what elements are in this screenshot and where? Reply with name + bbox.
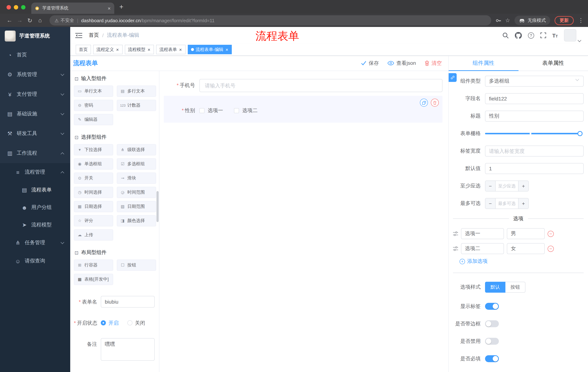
canvas-field-gender-selected[interactable]: 性别 选项一 选项二 — [164, 96, 442, 123]
gender-option-1-checkbox[interactable]: 选项一 — [200, 107, 223, 114]
sidebar-item-workflow[interactable]: ▥ 工作流程 — [0, 143, 70, 163]
decrement-button[interactable]: − — [485, 181, 496, 191]
reload-button[interactable]: ↻ — [25, 15, 35, 25]
window-minimize-button[interactable] — [14, 5, 18, 10]
user-menu[interactable] — [564, 29, 581, 42]
sidebar-item-home[interactable]: ◔ 首页 — [0, 45, 70, 65]
palette-item-editor[interactable]: ✎编辑器 — [74, 114, 113, 125]
gender-option-2-checkbox[interactable]: 选项二 — [234, 107, 258, 114]
palette-item-time-range[interactable]: ◶时间范围 — [117, 187, 156, 198]
window-close-button[interactable] — [7, 5, 11, 10]
min-select-value[interactable]: 至少应选 — [496, 181, 518, 191]
phone-input[interactable] — [200, 79, 442, 92]
palette-item-checkbox-group[interactable]: ☑多选框组 — [117, 158, 156, 170]
sidebar-item-process-management[interactable]: ≡ 流程管理 — [0, 163, 70, 181]
palette-item-date-range[interactable]: ▧日期范围 — [117, 201, 156, 212]
back-button[interactable]: ← — [4, 15, 15, 25]
tag-close-icon[interactable]: × — [116, 47, 119, 52]
sidebar-toggle-icon[interactable] — [75, 32, 82, 38]
disabled-switch[interactable] — [485, 338, 499, 345]
github-icon[interactable] — [515, 32, 522, 39]
style-default-button[interactable]: 默认 — [485, 282, 505, 293]
palette-item-button[interactable]: ☐按钮 — [117, 260, 156, 271]
form-name-input[interactable] — [101, 296, 155, 308]
max-select-value[interactable]: 最多可选 — [496, 198, 518, 209]
canvas-field-phone[interactable]: 手机号 — [164, 79, 442, 92]
option-drag-handle[interactable] — [453, 232, 458, 236]
forward-button[interactable]: → — [15, 15, 25, 25]
component-type-select[interactable]: 多选框组 — [485, 76, 584, 87]
add-option-button[interactable]: + 添加选项 — [460, 258, 584, 265]
slider-handle[interactable] — [578, 131, 583, 136]
palette-item-table[interactable]: ▦表格[开发中] — [74, 274, 113, 285]
sidebar-item-process-model[interactable]: ➤ 流程模型 — [0, 216, 70, 234]
form-canvas[interactable]: 手机号 — [159, 71, 448, 372]
required-switch[interactable] — [485, 355, 499, 362]
palette-item-rate[interactable]: ☆评分 — [74, 215, 113, 226]
palette-item-password[interactable]: ⊝密码 — [74, 100, 113, 111]
palette-item-cascader[interactable]: ⋔级联选择 — [117, 144, 156, 155]
browser-menu-icon[interactable]: ⋮ — [578, 17, 584, 24]
palette-item-counter[interactable]: 123计数器 — [117, 100, 156, 111]
tag-close-icon[interactable]: × — [225, 47, 229, 52]
palette-item-multi-line-text[interactable]: ▤多行文本 — [117, 85, 156, 97]
sidebar-item-task-management[interactable]: ⋔ 任务管理 — [0, 234, 70, 252]
delete-component-button[interactable] — [431, 99, 439, 107]
tag-home[interactable]: 首页 — [76, 45, 91, 54]
help-icon[interactable]: ? — [528, 32, 534, 38]
browser-tab[interactable]: 芋道管理系统 × — [31, 2, 114, 14]
tab-form-props[interactable]: 表单属性 — [518, 56, 588, 71]
new-tab-button[interactable]: + — [119, 3, 123, 11]
palette-item-switch[interactable]: ⊙开关 — [74, 172, 113, 184]
palette-scrollbar[interactable] — [157, 191, 159, 222]
grid-slider[interactable] — [485, 133, 580, 134]
panel-link-handle[interactable] — [449, 73, 457, 82]
option-1-value-input[interactable] — [507, 228, 545, 239]
status-on-radio[interactable]: 开启 — [101, 317, 119, 329]
sidebar-item-leave-query[interactable]: ☺ 请假查询 — [0, 252, 70, 270]
sidebar-item-system[interactable]: ⚙ 系统管理 — [0, 65, 70, 85]
option-drag-handle[interactable] — [453, 246, 458, 251]
tab-component-props[interactable]: 组件属性 — [449, 56, 518, 71]
tab-close-icon[interactable]: × — [108, 5, 111, 11]
status-off-radio[interactable]: 关闭 — [127, 317, 145, 329]
palette-item-time-picker[interactable]: ◷时间选择 — [74, 187, 113, 198]
palette-item-select[interactable]: ▾下拉选择 — [74, 144, 113, 155]
palette-item-upload[interactable]: ☁上传 — [74, 229, 113, 241]
browser-update-button[interactable]: 更新 — [555, 16, 574, 25]
tag-process-form[interactable]: 流程表单 × — [156, 45, 185, 54]
border-switch[interactable] — [485, 320, 499, 327]
tag-process-model[interactable]: 流程模型 × — [125, 45, 154, 54]
sidebar-item-infrastructure[interactable]: ▤ 基础设施 — [0, 104, 70, 124]
option-2-name-input[interactable] — [461, 243, 504, 254]
tag-close-icon[interactable]: × — [147, 47, 151, 52]
remove-option-1-button[interactable]: − — [548, 231, 554, 237]
decrement-button[interactable]: − — [485, 198, 496, 209]
password-key-icon[interactable] — [495, 18, 501, 23]
clear-button[interactable]: 清空 — [425, 60, 442, 66]
tag-close-icon[interactable]: × — [179, 47, 182, 52]
tag-process-definition[interactable]: 流程定义 × — [93, 45, 122, 54]
remark-textarea[interactable]: 嘿嘿 — [101, 338, 155, 361]
tag-process-form-edit[interactable]: 流程表单-编辑 × — [188, 45, 232, 54]
title-input[interactable] — [485, 111, 584, 122]
style-button-button[interactable]: 按钮 — [505, 282, 525, 293]
search-icon[interactable] — [502, 32, 508, 38]
palette-item-slider[interactable]: ⊸滑块 — [117, 172, 156, 184]
sidebar-logo[interactable]: 芋道管理系统 — [0, 27, 70, 45]
increment-button[interactable]: + — [518, 181, 528, 191]
option-1-name-input[interactable] — [461, 228, 504, 239]
fullscreen-icon[interactable] — [540, 32, 546, 38]
palette-item-single-line-text[interactable]: ▭单行文本 — [74, 85, 113, 97]
palette-item-color-picker[interactable]: ◨颜色选择 — [117, 215, 156, 226]
palette-item-date-picker[interactable]: ▦日期选择 — [74, 201, 113, 212]
save-button[interactable]: 保存 — [361, 60, 379, 66]
palette-item-radio-group[interactable]: ◉单选框组 — [74, 158, 113, 170]
increment-button[interactable]: + — [518, 198, 528, 209]
security-status[interactable]: ⚠ 不安全 — [55, 17, 74, 23]
breadcrumb-home[interactable]: 首页 — [89, 32, 99, 39]
view-json-button[interactable]: 查看json — [388, 60, 416, 66]
window-zoom-button[interactable] — [21, 5, 25, 10]
sidebar-item-devtools[interactable]: ⚒ 研发工具 — [0, 124, 70, 143]
sidebar-item-user-group[interactable]: ☻ 用户分组 — [0, 199, 70, 216]
